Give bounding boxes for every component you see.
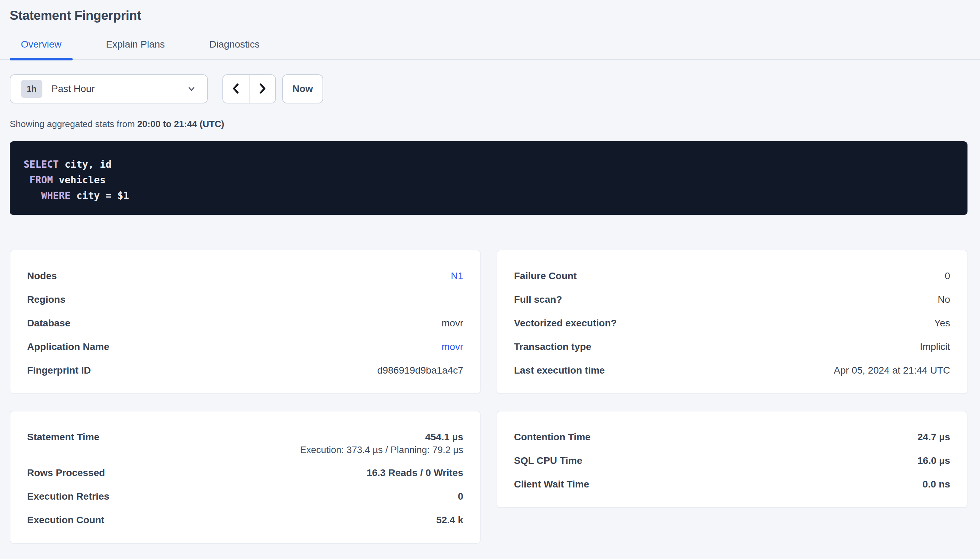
- statement-details-card: NodesN1RegionsDatabasemovrApplication Na…: [10, 250, 481, 394]
- row-value: 0: [945, 270, 950, 281]
- page-content: 1h Past Hour Now: [0, 74, 980, 544]
- tab-diagnostics[interactable]: Diagnostics: [198, 39, 271, 59]
- aggregated-stats-caption: Showing aggregated stats from 20:00 to 2…: [10, 119, 967, 129]
- row-label: Contention Time: [514, 432, 590, 443]
- row-label: Statement Time: [27, 432, 99, 443]
- row-label: SQL CPU Time: [514, 455, 582, 466]
- row-label: Nodes: [27, 270, 57, 281]
- sql-line: FROM vehicles: [24, 172, 953, 188]
- chevron-left-icon: [231, 82, 241, 96]
- card-row: SQL CPU Time16.0 µs: [514, 449, 950, 473]
- row-label: Fingerprint ID: [27, 365, 91, 376]
- row-value: Implicit: [920, 341, 950, 352]
- row-label: Client Wait Time: [514, 479, 589, 490]
- row-value: 24.7 µs: [917, 432, 950, 443]
- card-row: Failure Count0: [514, 264, 950, 288]
- row-label: Failure Count: [514, 270, 577, 281]
- card-row: Databasemovr: [27, 311, 463, 335]
- previous-interval-button[interactable]: [223, 75, 250, 103]
- statement-time-card: Statement Time454.1 µsExecution: 373.4 µ…: [10, 411, 481, 544]
- now-button[interactable]: Now: [282, 74, 323, 103]
- row-label: Rows Processed: [27, 467, 105, 478]
- row-value: 0.0 ns: [923, 479, 950, 490]
- execution-attributes-card: Failure Count0Full scan?NoVectorized exe…: [497, 250, 967, 394]
- row-label: Full scan?: [514, 294, 562, 305]
- card-row: Fingerprint IDd986919d9ba1a4c7: [27, 359, 463, 382]
- row-value: 16.0 µs: [917, 455, 950, 466]
- card-row: Client Wait Time0.0 ns: [514, 473, 950, 496]
- row-label: Last execution time: [514, 365, 605, 376]
- next-interval-button[interactable]: [250, 75, 275, 103]
- row-value: movr: [442, 318, 463, 329]
- card-row: Regions: [27, 288, 463, 311]
- row-value: 0: [458, 491, 463, 502]
- row-value-link[interactable]: N1: [451, 270, 463, 281]
- card-row: Vectorized execution?Yes: [514, 311, 950, 335]
- tab-overview[interactable]: Overview: [10, 39, 73, 59]
- summary-cards: NodesN1RegionsDatabasemovrApplication Na…: [10, 250, 967, 544]
- row-label: Regions: [27, 294, 65, 305]
- statement-fingerprint-page: Statement Fingerprint Overview Explain P…: [0, 8, 980, 559]
- row-label: Application Name: [27, 341, 109, 352]
- row-value: 16.3 Reads / 0 Writes: [366, 467, 463, 478]
- card-rows: Contention Time24.7 µsSQL CPU Time16.0 µ…: [514, 425, 950, 496]
- tab-explain-plans[interactable]: Explain Plans: [95, 39, 176, 59]
- sql-line: SELECT city, id: [24, 157, 953, 172]
- card-row: Last execution timeApr 05, 2024 at 21:44…: [514, 359, 950, 382]
- row-value: 454.1 µs: [425, 432, 463, 443]
- row-value: 52.4 k: [436, 514, 463, 526]
- card-row: Rows Processed16.3 Reads / 0 Writes: [27, 461, 463, 485]
- row-value: No: [938, 294, 950, 305]
- card-row: Execution Retries0: [27, 485, 463, 508]
- time-range-label: Past Hour: [51, 83, 95, 94]
- time-step-button-group: [222, 74, 276, 103]
- card-row: Execution Count52.4 k: [27, 508, 463, 532]
- row-label: Transaction type: [514, 341, 592, 352]
- wait-time-card: Contention Time24.7 µsSQL CPU Time16.0 µ…: [497, 411, 967, 508]
- row-label: Database: [27, 318, 71, 329]
- card-row: Contention Time24.7 µs: [514, 425, 950, 449]
- card-row: NodesN1: [27, 264, 463, 288]
- time-range-dropdown[interactable]: 1h Past Hour: [10, 74, 208, 103]
- card-rows: Statement Time454.1 µsExecution: 373.4 µ…: [27, 425, 463, 532]
- row-subvalue: Execution: 373.4 µs / Planning: 79.2 µs: [27, 445, 463, 461]
- card-rows: Failure Count0Full scan?NoVectorized exe…: [514, 264, 950, 382]
- chevron-down-icon: [186, 84, 197, 94]
- row-value: d986919d9ba1a4c7: [377, 365, 463, 376]
- row-label: Execution Retries: [27, 491, 109, 502]
- row-value: Apr 05, 2024 at 21:44 UTC: [834, 365, 950, 376]
- time-range-badge: 1h: [21, 80, 42, 98]
- sql-code: SELECT city, id FROM vehicles WHERE city…: [24, 157, 953, 203]
- row-label: Execution Count: [27, 514, 104, 526]
- sql-statement-box: SELECT city, id FROM vehicles WHERE city…: [10, 141, 967, 215]
- tab-bar: Overview Explain Plans Diagnostics: [0, 39, 980, 60]
- stats-caption-range: 20:00 to 21:44 (UTC): [137, 119, 224, 129]
- time-toolbar: 1h Past Hour Now: [10, 74, 967, 103]
- card-row: Application Namemovr: [27, 335, 463, 359]
- card-rows: NodesN1RegionsDatabasemovrApplication Na…: [27, 264, 463, 382]
- row-value-link[interactable]: movr: [442, 341, 463, 352]
- sql-line: WHERE city = $1: [24, 188, 953, 203]
- stats-caption-prefix: Showing aggregated stats from: [10, 119, 137, 129]
- page-title: Statement Fingerprint: [10, 8, 980, 23]
- row-value: Yes: [934, 318, 950, 329]
- card-row: Full scan?No: [514, 288, 950, 311]
- chevron-right-icon: [257, 82, 268, 96]
- row-label: Vectorized execution?: [514, 318, 617, 329]
- card-row: Transaction typeImplicit: [514, 335, 950, 359]
